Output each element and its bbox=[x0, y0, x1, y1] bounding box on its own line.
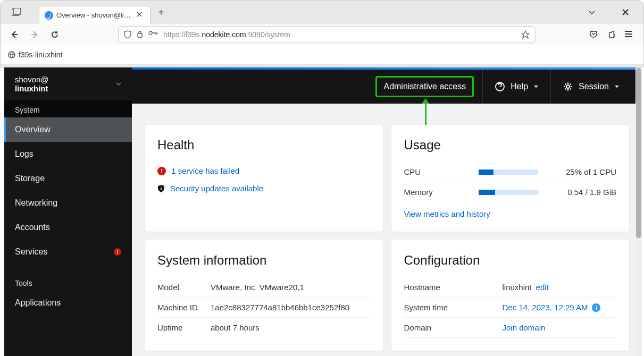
gear-icon bbox=[563, 81, 573, 92]
topbar: Administrative access Help Session bbox=[132, 70, 642, 104]
scrollbar[interactable] bbox=[635, 67, 642, 356]
key-icon[interactable] bbox=[148, 30, 158, 39]
svg-rect-2 bbox=[138, 33, 142, 37]
sidebar-item-logs[interactable]: Logs bbox=[4, 142, 132, 166]
caret-down-icon bbox=[533, 84, 539, 89]
info-label: Machine ID bbox=[157, 303, 211, 312]
sidebar: shovon@ linuxhint System Overview Logs S… bbox=[4, 67, 132, 356]
scrollbar-thumb[interactable] bbox=[636, 68, 641, 238]
back-button[interactable] bbox=[7, 27, 22, 42]
user-menu[interactable]: shovon@ linuxhint bbox=[4, 67, 132, 100]
error-icon: ! bbox=[157, 167, 166, 175]
cockpit-favicon-icon bbox=[45, 11, 53, 20]
svg-point-7 bbox=[161, 188, 162, 189]
info-label: Uptime bbox=[157, 323, 211, 332]
cpu-label: CPU bbox=[404, 167, 479, 176]
info-icon[interactable]: i bbox=[592, 303, 600, 312]
extensions-icon[interactable] bbox=[607, 30, 615, 39]
sidebar-item-services[interactable]: Services! bbox=[4, 240, 132, 264]
systime-label: System time bbox=[404, 303, 503, 312]
metrics-link[interactable]: View metrics and history bbox=[404, 209, 490, 218]
globe-icon bbox=[8, 51, 15, 58]
alert-badge-icon: ! bbox=[114, 248, 121, 256]
administrative-access-button[interactable]: Administrative access bbox=[375, 76, 474, 97]
tab-title: Overview - shovon@linux bbox=[56, 11, 134, 19]
lock-icon[interactable] bbox=[137, 30, 143, 39]
cpu-value: 25% of 1 CPU bbox=[566, 167, 616, 176]
svg-rect-8 bbox=[161, 189, 161, 190]
bookmark-star-icon[interactable] bbox=[521, 30, 530, 39]
sidebar-item-storage[interactable]: Storage bbox=[4, 166, 132, 191]
health-title: Health bbox=[157, 138, 370, 152]
info-value: about 7 hours bbox=[211, 323, 260, 332]
cpu-progress bbox=[479, 169, 538, 175]
svg-rect-1 bbox=[13, 8, 21, 14]
sidebar-section-tools: Tools bbox=[4, 274, 132, 291]
window-close-icon[interactable] bbox=[622, 9, 629, 15]
hostname-value: linuxhint bbox=[503, 283, 532, 292]
edit-hostname-link[interactable]: edit bbox=[536, 283, 549, 292]
reload-button[interactable] bbox=[47, 27, 62, 42]
sysinfo-title: System information bbox=[157, 253, 370, 268]
info-value: VMware, Inc. VMware20,1 bbox=[211, 283, 304, 292]
caret-down-icon bbox=[614, 84, 620, 89]
chevron-down-icon bbox=[116, 82, 121, 86]
domain-label: Domain bbox=[404, 323, 503, 332]
health-card: Health ! 1 service has failed Security u… bbox=[145, 125, 383, 232]
menu-icon[interactable] bbox=[624, 30, 633, 39]
pocket-icon[interactable] bbox=[589, 30, 598, 39]
hostname-label: Hostname bbox=[404, 283, 503, 292]
session-menu[interactable]: Session bbox=[551, 81, 631, 92]
usage-title: Usage bbox=[404, 138, 617, 152]
help-menu[interactable]: Help bbox=[483, 81, 550, 92]
svg-point-6 bbox=[566, 85, 570, 88]
sysinfo-card: System information ModelVMware, Inc. VMw… bbox=[145, 240, 383, 351]
tabs-dropdown-icon[interactable] bbox=[588, 10, 596, 15]
join-domain-link[interactable]: Join domain bbox=[503, 323, 546, 332]
help-icon bbox=[495, 81, 505, 92]
history-icon[interactable] bbox=[10, 6, 23, 19]
info-value: 1ae2c88327774a81bb46bb1ce3252f80 bbox=[211, 303, 349, 312]
svg-point-3 bbox=[149, 31, 152, 35]
info-label: Model bbox=[157, 283, 211, 292]
new-tab-button[interactable]: + bbox=[158, 6, 164, 19]
shield-icon[interactable] bbox=[124, 30, 131, 39]
security-shield-icon bbox=[157, 184, 165, 193]
sidebar-item-applications[interactable]: Applications bbox=[4, 291, 132, 315]
sidebar-item-accounts[interactable]: Accounts bbox=[4, 215, 132, 240]
close-tab-icon[interactable] bbox=[136, 11, 145, 20]
config-title: Configuration bbox=[404, 253, 617, 268]
memory-progress bbox=[479, 190, 538, 195]
memory-value: 0.54 / 1.9 GiB bbox=[567, 188, 616, 197]
memory-label: Memory bbox=[404, 188, 479, 197]
sidebar-item-overview[interactable]: Overview bbox=[4, 117, 132, 142]
sidebar-item-networking[interactable]: Networking bbox=[4, 191, 132, 215]
url-bar[interactable]: https://f39s.nodekite.com:9090/system bbox=[118, 26, 536, 43]
user-label: shovon@ linuxhint bbox=[15, 75, 49, 93]
url-text: https://f39s.nodekite.com:9090/system bbox=[163, 30, 290, 39]
bookmark-item[interactable]: f39s-linuxhint bbox=[19, 50, 63, 59]
usage-card: Usage CPU 25% of 1 CPU Memory 0.54 / 1.9… bbox=[391, 125, 630, 232]
systime-link[interactable]: Dec 14, 2023, 12:29 AM bbox=[503, 303, 588, 312]
browser-tab[interactable]: Overview - shovon@linux bbox=[39, 6, 150, 24]
config-card: Configuration Hostname linuxhint edit Sy… bbox=[391, 240, 630, 351]
failed-service-link[interactable]: 1 service has failed bbox=[171, 166, 239, 175]
security-updates-link[interactable]: Security updates available bbox=[170, 184, 263, 193]
forward-button[interactable] bbox=[27, 27, 42, 42]
sidebar-section-system: System bbox=[4, 100, 132, 117]
